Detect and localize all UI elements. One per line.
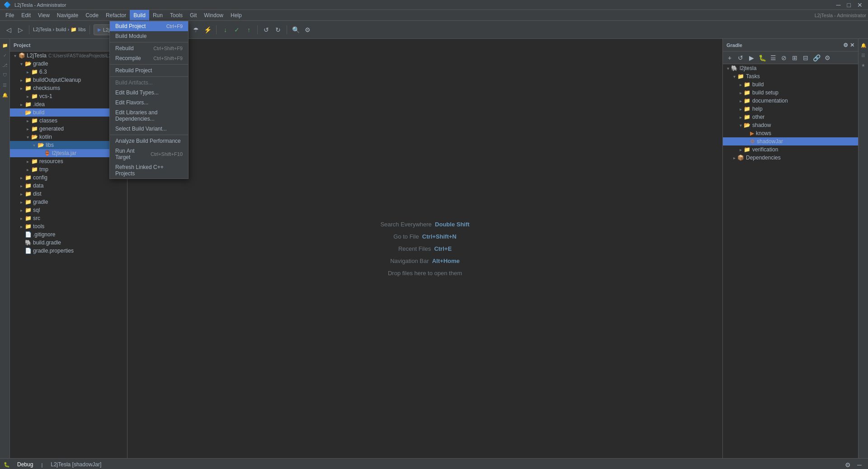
tree-dist-arrow[interactable]: ▸ xyxy=(18,192,24,197)
gradle-root[interactable]: ▾ 🐘 l2jtesla xyxy=(723,64,858,72)
gradle-refresh-btn[interactable]: ↺ xyxy=(736,53,745,63)
tree-generated-arrow[interactable]: ▸ xyxy=(24,127,31,131)
build-menu-ant-target[interactable]: Run Ant Target Ctrl+Shift+F10 xyxy=(110,146,188,162)
tree-gradle2[interactable]: ▸ 📁 gradle xyxy=(10,198,127,206)
tree-root-arrow[interactable]: ▾ xyxy=(12,53,18,58)
tree-gradle2-arrow[interactable]: ▸ xyxy=(18,200,24,205)
build-menu-recompile[interactable]: Recompile Ctrl+Shift+F9 xyxy=(110,53,188,63)
tree-libs-arrow[interactable]: ▾ xyxy=(31,143,37,148)
gradle-filter-btn[interactable]: ⊘ xyxy=(779,53,789,63)
gradle-deps-arrow[interactable]: ▸ xyxy=(731,155,737,160)
menu-window[interactable]: Window xyxy=(200,10,227,20)
maximize-btn[interactable]: □ xyxy=(845,1,853,9)
coverage-btn[interactable]: ☂ xyxy=(191,25,201,35)
gradle-tasks-arrow[interactable]: ▾ xyxy=(731,74,737,79)
tree-gitignore[interactable]: 📄 .gitignore xyxy=(10,230,127,239)
tree-tmp-arrow[interactable]: ▸ xyxy=(24,167,31,172)
gradle-add-btn[interactable]: + xyxy=(725,53,735,63)
tree-vcs-arrow[interactable]: ▸ xyxy=(24,94,31,99)
git-commit[interactable]: ✓ xyxy=(232,25,242,35)
right-bookmarks-icon[interactable]: ★ xyxy=(859,61,868,70)
gradle-task-build-arrow[interactable]: ▸ xyxy=(737,82,744,87)
git-push[interactable]: ↑ xyxy=(244,25,254,35)
gradle-task-setup[interactable]: ▸ 📁 build setup xyxy=(723,89,858,97)
gradle-task-verification[interactable]: ▸ 📁 verification xyxy=(723,145,858,154)
build-menu-build-module[interactable]: Build Module xyxy=(110,31,188,41)
tree-src[interactable]: ▸ 📁 src xyxy=(10,214,127,222)
gradle-settings2-btn[interactable]: ⚙ xyxy=(822,53,832,63)
tree-src-arrow[interactable]: ▸ xyxy=(18,216,24,221)
gradle-run-btn[interactable]: ▶ xyxy=(746,53,756,63)
gradle-link-btn[interactable]: 🔗 xyxy=(811,53,821,63)
tree-gradle-arrow[interactable]: ▾ xyxy=(18,61,24,66)
hint-nav-key[interactable]: Alt+Home xyxy=(432,258,460,264)
gradle-collapse-btn[interactable]: ⊟ xyxy=(801,53,811,63)
tree-kotlin-arrow[interactable]: ▾ xyxy=(24,135,31,140)
tree-dist[interactable]: ▸ 📁 dist xyxy=(10,190,127,198)
tree-build-arrow[interactable]: ▾ xyxy=(18,110,24,115)
tab-session[interactable]: L2jTesla [shadowJar] xyxy=(45,459,107,469)
menu-view[interactable]: View xyxy=(34,10,53,20)
bottom-minimize-btn[interactable]: ─ xyxy=(854,460,864,469)
redo-btn[interactable]: ↻ xyxy=(273,25,283,35)
tree-gradle-6-arrow[interactable]: ▸ xyxy=(24,70,31,75)
gradle-task-verification-arrow[interactable]: ▸ xyxy=(737,147,744,152)
hint-goto-key[interactable]: Ctrl+Shift+N xyxy=(422,233,457,240)
tree-build-gradle[interactable]: 🐘 build.gradle xyxy=(10,239,127,247)
gradle-task-other-arrow[interactable]: ▸ xyxy=(737,115,744,120)
minimize-btn[interactable]: ─ xyxy=(835,1,843,9)
menu-refactor[interactable]: Refactor xyxy=(102,10,130,20)
gradle-task-other[interactable]: ▸ 📁 other xyxy=(723,113,858,121)
tab-debug[interactable]: Debug xyxy=(12,459,38,469)
build-menu-rebuild-project[interactable]: Rebuild Project xyxy=(110,66,188,75)
build-menu-refresh-cpp[interactable]: Refresh Linked C++ Projects xyxy=(110,162,188,178)
menu-tools[interactable]: Tools xyxy=(166,10,186,20)
gradle-task-shadow[interactable]: ▾ 📂 shadow xyxy=(723,121,858,129)
tree-idea-arrow[interactable]: ▸ xyxy=(18,102,24,107)
build-menu-rebuild[interactable]: Rebuild Ctrl+Shift+F9 xyxy=(110,43,188,53)
search-btn[interactable]: 🔍 xyxy=(291,25,301,35)
settings-btn[interactable]: ⚙ xyxy=(302,25,312,35)
right-structure-icon[interactable]: ☰ xyxy=(859,51,868,60)
menu-navigate[interactable]: Navigate xyxy=(53,10,82,20)
build-menu-edit-libraries[interactable]: Edit Libraries and Dependencies... xyxy=(110,108,188,124)
tree-resources-arrow[interactable]: ▸ xyxy=(24,159,31,164)
gradle-task-help-arrow[interactable]: ▸ xyxy=(737,107,744,112)
tree-gradle-props[interactable]: 📄 gradle.properties xyxy=(10,247,127,255)
sidebar-commit-icon[interactable]: ✓ xyxy=(0,51,9,60)
menu-help[interactable]: Help xyxy=(227,10,245,20)
gradle-expand-btn[interactable]: ⊞ xyxy=(790,53,800,63)
menu-build[interactable]: Build xyxy=(130,10,149,20)
gradle-dependencies[interactable]: ▸ 📦 Dependencies xyxy=(723,154,858,162)
menu-file[interactable]: File xyxy=(2,10,18,20)
gradle-task-docs[interactable]: ▸ 📁 documentation xyxy=(723,97,858,105)
menu-code[interactable]: Code xyxy=(82,10,102,20)
build-menu-select-variant[interactable]: Select Build Variant... xyxy=(110,124,188,134)
tree-buildoutput-arrow[interactable]: ▸ xyxy=(18,78,24,83)
sidebar-notifications-icon[interactable]: 🔔 xyxy=(0,90,9,99)
undo-btn[interactable]: ↺ xyxy=(261,25,271,35)
git-update[interactable]: ↓ xyxy=(220,25,230,35)
tree-sql-arrow[interactable]: ▸ xyxy=(18,208,24,213)
gradle-toggle-btn[interactable]: ☰ xyxy=(768,53,778,63)
tree-classes-arrow[interactable]: ▸ xyxy=(24,118,31,123)
tree-data-arrow[interactable]: ▸ xyxy=(18,183,24,188)
build-menu-edit-build-types[interactable]: Edit Build Types... xyxy=(110,88,188,98)
tree-config-arrow[interactable]: ▸ xyxy=(18,175,24,180)
right-notifications-icon[interactable]: 🔔 xyxy=(859,41,868,50)
gradle-settings-btn[interactable]: ⚙ xyxy=(843,42,848,48)
gradle-task-shadowjar[interactable]: ⚙ shadowJar xyxy=(723,137,858,145)
build-menu-analyze[interactable]: Analyze Build Performance xyxy=(110,136,188,146)
tree-checksums-arrow[interactable]: ▸ xyxy=(18,86,24,91)
gradle-task-build[interactable]: ▸ 📁 build xyxy=(723,80,858,89)
menu-run[interactable]: Run xyxy=(149,10,166,20)
gradle-tasks[interactable]: ▾ 📁 Tasks xyxy=(723,72,858,80)
menu-edit[interactable]: Edit xyxy=(18,10,34,20)
hint-recent-key[interactable]: Ctrl+E xyxy=(434,245,452,252)
tree-data[interactable]: ▸ 📁 data xyxy=(10,182,127,190)
tree-tools[interactable]: ▸ 📁 tools xyxy=(10,222,127,230)
build-menu-edit-flavors[interactable]: Edit Flavors... xyxy=(110,98,188,108)
gradle-task-setup-arrow[interactable]: ▸ xyxy=(737,90,744,95)
close-btn[interactable]: ✕ xyxy=(855,1,864,9)
sidebar-markers-icon[interactable]: ⛉ xyxy=(0,70,9,80)
